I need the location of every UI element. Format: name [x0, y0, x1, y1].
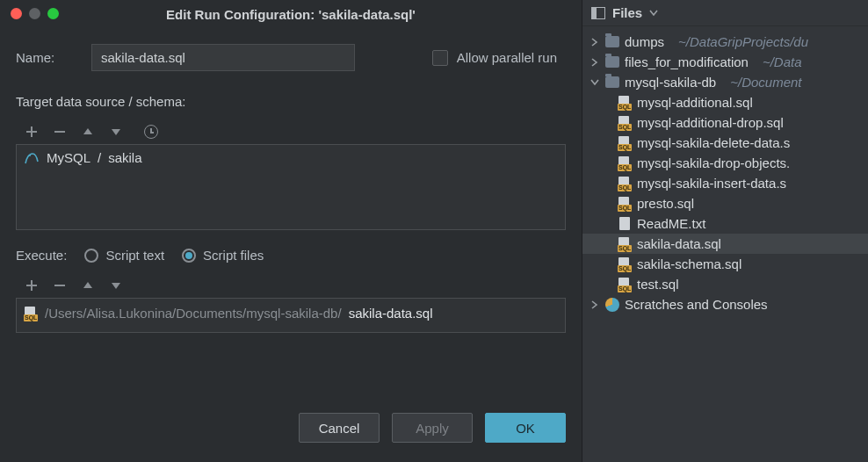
ok-button[interactable]: OK	[485, 413, 566, 443]
files-tree[interactable]: dumps ~/DataGripProjects/du files_for_mo…	[582, 26, 868, 462]
text-file-icon	[618, 217, 632, 231]
ds-listbox[interactable]: MySQL / sakila	[16, 144, 566, 230]
files-tool-window: Files dumps ~/DataGripProjects/du files_…	[582, 0, 868, 462]
sql-file-icon: SQL	[618, 177, 632, 191]
tree-file[interactable]: ReadME.txt	[582, 213, 868, 234]
sql-file-icon: SQL	[618, 257, 632, 271]
tree-file-selected[interactable]: SQL sakila-data.sql	[582, 234, 868, 254]
tree-label: presto.sql	[637, 196, 694, 211]
tree-label: sakila-data.sql	[637, 236, 721, 251]
radio-script-files[interactable]: Script files	[182, 248, 264, 263]
ds-toolbar	[16, 119, 566, 144]
allow-parallel-label: Allow parallel run	[457, 50, 557, 65]
files-header[interactable]: Files	[582, 0, 868, 26]
dialog-title: Edit Run Configuration: 'sakila-data.sql…	[166, 7, 416, 22]
tree-folder-dumps[interactable]: dumps ~/DataGripProjects/du	[582, 32, 868, 52]
ds-item[interactable]: MySQL / sakila	[24, 150, 558, 165]
tree-label: mysql-additional-drop.sql	[637, 115, 784, 130]
tree-label: sakila-schema.sql	[637, 256, 741, 271]
svg-point-0	[29, 155, 31, 156]
history-icon[interactable]	[144, 125, 158, 139]
tree-label: test.sql	[637, 277, 679, 292]
apply-button[interactable]: Apply	[392, 413, 473, 443]
chevron-right-icon[interactable]	[590, 57, 600, 68]
maximize-icon[interactable]	[47, 8, 59, 19]
sql-file-icon: SQL	[618, 197, 632, 211]
chevron-down-icon[interactable]	[649, 10, 658, 17]
mysql-icon	[24, 151, 40, 165]
sql-file-icon: SQL	[618, 278, 632, 292]
files-toolbar	[16, 273, 566, 298]
tree-path: ~/Data	[763, 54, 802, 69]
script-file-dir: /Users/Alisa.Lukonina/Documents/mysql-sa…	[45, 306, 342, 321]
chevron-down-icon[interactable]	[590, 77, 600, 88]
cancel-button[interactable]: Cancel	[299, 413, 380, 443]
tree-label: ReadME.txt	[637, 216, 705, 231]
tree-label: mysql-sakila-delete-data.s	[637, 135, 790, 150]
files-title: Files	[612, 5, 642, 20]
tree-scratches[interactable]: Scratches and Consoles	[582, 294, 868, 314]
sql-file-icon: SQL	[618, 156, 632, 170]
sql-file-icon: SQL	[24, 307, 38, 321]
chevron-right-icon[interactable]	[590, 37, 600, 47]
tree-label: files_for_modification	[625, 54, 749, 69]
tree-file[interactable]: SQL mysql-sakila-insert-data.s	[582, 173, 868, 193]
ds-schema: sakila	[108, 150, 141, 165]
move-up-icon[interactable]	[81, 278, 95, 292]
script-file-item[interactable]: SQL /Users/Alisa.Lukonina/Documents/mysq…	[24, 306, 558, 321]
radio-script-files-label: Script files	[203, 248, 264, 263]
name-input[interactable]	[91, 44, 355, 71]
tree-path: ~/DataGripProjects/du	[678, 34, 808, 49]
tree-label: mysql-sakila-drop-objects.	[637, 155, 790, 170]
allow-parallel-checkbox[interactable]: Allow parallel run	[432, 50, 557, 66]
tree-folder-sakila[interactable]: mysql-sakila-db ~/Document	[582, 72, 868, 92]
tree-file[interactable]: SQL sakila-schema.sql	[582, 254, 868, 274]
script-file-name: sakila-data.sql	[349, 306, 433, 321]
target-ds-label: Target data source / schema:	[16, 94, 566, 109]
close-icon[interactable]	[11, 8, 22, 19]
dialog-footer: Cancel Apply OK	[0, 399, 582, 462]
tree-file[interactable]: SQL presto.sql	[582, 193, 868, 213]
radio-script-text[interactable]: Script text	[84, 248, 164, 263]
tree-label: mysql-sakila-db	[625, 75, 716, 90]
tree-label: mysql-sakila-insert-data.s	[637, 176, 786, 191]
tree-folder-files-mod[interactable]: files_for_modification ~/Data	[582, 52, 868, 72]
move-down-icon[interactable]	[109, 125, 123, 139]
tree-label: dumps	[625, 34, 664, 49]
tree-file[interactable]: SQL mysql-additional-drop.sql	[582, 112, 868, 133]
sql-file-icon: SQL	[618, 237, 632, 251]
panel-icon	[591, 7, 605, 19]
ds-sep: /	[98, 150, 101, 165]
move-down-icon[interactable]	[109, 278, 123, 292]
move-up-icon[interactable]	[81, 125, 95, 139]
tree-file[interactable]: SQL test.sql	[582, 274, 868, 294]
tree-label: Scratches and Consoles	[625, 297, 768, 312]
tree-file[interactable]: SQL mysql-sakila-drop-objects.	[582, 153, 868, 173]
script-file-list[interactable]: SQL /Users/Alisa.Lukonina/Documents/mysq…	[16, 298, 566, 333]
checkbox-icon	[432, 50, 448, 66]
add-icon[interactable]	[25, 278, 39, 292]
name-label: Name:	[16, 50, 76, 65]
chevron-right-icon[interactable]	[590, 300, 600, 310]
run-config-dialog: Edit Run Configuration: 'sakila-data.sql…	[0, 0, 582, 462]
tree-path: ~/Document	[730, 75, 801, 90]
ds-source: MySQL	[47, 150, 90, 165]
tree-file[interactable]: SQL mysql-sakila-delete-data.s	[582, 133, 868, 153]
radio-icon	[84, 249, 98, 263]
tree-label: mysql-additional.sql	[637, 95, 753, 110]
add-icon[interactable]	[25, 125, 39, 139]
scratches-icon	[605, 298, 619, 312]
sql-file-icon: SQL	[618, 116, 632, 130]
dialog-titlebar: Edit Run Configuration: 'sakila-data.sql…	[0, 0, 582, 28]
folder-icon	[605, 76, 619, 88]
execute-label: Execute:	[16, 248, 67, 263]
sql-file-icon: SQL	[618, 136, 632, 150]
folder-icon	[605, 36, 619, 47]
folder-icon	[605, 56, 619, 68]
sql-file-icon: SQL	[618, 96, 632, 110]
tree-file[interactable]: SQL mysql-additional.sql	[582, 92, 868, 112]
radio-script-text-label: Script text	[105, 248, 164, 263]
radio-icon	[182, 249, 196, 263]
remove-icon[interactable]	[53, 278, 67, 292]
remove-icon[interactable]	[53, 125, 67, 139]
